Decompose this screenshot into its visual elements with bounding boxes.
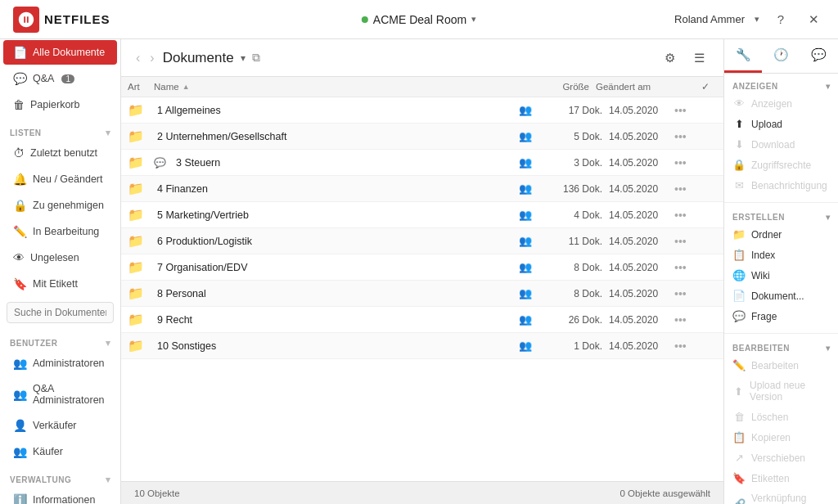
sidebar-label: In Bearbeitung [33,226,99,237]
benutzer-arrow-icon[interactable]: ▾ [106,338,111,349]
sidebar-item-alle-dokumente[interactable]: 📄 Alle Dokumente [3,40,117,65]
listen-arrow-icon[interactable]: ▾ [106,128,111,138]
team-icon: 👥 [516,156,535,169]
table-row[interactable]: 📁 6 Produktion/Logistik 👥 11 Dok. 14.05.… [121,228,723,254]
file-name-label: 5 Marketing/Vertrieb [154,209,516,221]
eye2-icon: 👁 [732,97,746,110]
rp-frage-btn[interactable]: 💬 Frage [724,306,838,326]
doc-icon: 📄 [732,290,746,302]
sidebar-label: Informationen [33,494,95,504]
sidebar-item-kaeufer[interactable]: 👥 Käufer [3,439,117,464]
file-options-button[interactable]: ••• [674,104,694,117]
rp-bearbeiten-arrow-icon[interactable]: ▾ [826,344,831,353]
file-options-button[interactable]: ••• [674,287,694,300]
content: ‹ › Dokumente ▾ ⧉ ⚙ ☰ Art Name ▲ Größe G… [121,39,723,504]
room-chevron-icon[interactable]: ▾ [471,14,476,25]
rp-anzeigen-arrow-icon[interactable]: ▾ [826,82,831,91]
table-row[interactable]: 📁 9 Recht 👥 26 Dok. 14.05.2020 ••• [121,307,723,333]
sidebar-label: Zuletzt benutzt [30,147,97,159]
sidebar-item-qa-admins[interactable]: 👥 Q&A Administratoren [3,377,117,412]
rp-wiki-btn[interactable]: 🌐 Wiki [724,265,838,286]
file-options-button[interactable]: ••• [674,235,694,248]
team-icon: 👥 [516,209,535,221]
file-date: 14.05.2020 [609,262,674,273]
sidebar-item-genehmigen[interactable]: 🔒 Zu genehmigen [3,193,117,218]
rp-anzeigen-section: ANZEIGEN ▾ 👁 Anzeigen ⬆ Upload ⬇ Downloa… [724,74,838,200]
sidebar-item-papierkorb[interactable]: 🗑 Papierkorb [3,92,117,117]
benutzer-section: BENUTZER ▾ [0,331,120,350]
nav-back-button[interactable]: ‹ [134,49,142,67]
mail-icon: ✉ [732,179,746,191]
file-options-button[interactable]: ••• [674,130,694,143]
team-icon: 👥 [516,287,535,299]
rp-etiketten-btn: 🔖 Etiketten [724,468,838,488]
row-type: 📁 [128,338,154,353]
file-size: 136 Dok. [535,183,609,195]
rp-dokument-btn[interactable]: 📄 Dokument... [724,286,838,306]
rp-erstellen-arrow-icon[interactable]: ▾ [826,213,831,222]
folder2-icon: 📁 [128,260,144,274]
help-button[interactable]: ? [769,8,792,31]
table-row[interactable]: 📁 4 Finanzen 👥 136 Dok. 14.05.2020 ••• [121,176,723,202]
header-center: ACME Deal Room ▾ [362,13,476,26]
col-name[interactable]: Name ▲ [154,82,522,92]
group2-icon: 👥 [13,388,27,401]
sidebar-item-ungelesen[interactable]: 👁 Ungelesen [3,245,117,270]
rp-erstellen-section: ERSTELLEN ▾ 📁 Ordner 📋 Index 🌐 Wiki 📄 Do… [724,205,838,331]
sidebar-item-zuletzt[interactable]: ⏱ Zuletzt benutzt [3,141,117,165]
col-modified[interactable]: Geändert am [596,82,694,92]
file-options-button[interactable]: ••• [674,182,694,196]
rp-tab-activity[interactable]: 🕐 [762,39,800,73]
user-chevron-icon[interactable]: ▾ [755,14,759,25]
file-options-button[interactable]: ••• [674,313,694,326]
file-options-button[interactable]: ••• [674,209,694,222]
table-row[interactable]: 📁 5 Marketing/Vertrieb 👥 4 Dok. 14.05.20… [121,202,723,228]
view-settings-button[interactable]: ⚙ [658,47,681,70]
verwaltung-arrow-icon[interactable]: ▾ [106,475,111,485]
rp-tab-chat[interactable]: 💬 [800,39,838,73]
sidebar-item-neu[interactable]: 🔔 Neu / Geändert [3,167,117,191]
table-row[interactable]: 📁 2 Unternehmen/Gesellschaft 👥 5 Dok. 14… [121,124,723,150]
team-icon: 👥 [516,130,535,142]
sidebar-item-admins[interactable]: 👥 Administratoren [3,351,117,376]
rp-ordner-btn[interactable]: 📁 Ordner [724,224,838,245]
rp-index-btn[interactable]: 📋 Index [724,245,838,265]
toolbar-link-icon[interactable]: ⧉ [252,51,260,65]
rp-bearbeiten-section: BEARBEITEN ▾ ✏️ Bearbeiten ⬆ Upload neue… [724,335,838,504]
file-date: 14.05.2020 [609,288,674,299]
file-date: 14.05.2020 [609,340,674,352]
sidebar-item-informationen[interactable]: ℹ️ Informationen [3,488,117,504]
team-icon: 👥 [516,182,535,195]
rp-upload-btn[interactable]: ⬆ Upload [724,114,838,134]
table-row[interactable]: 📁 1 Allgemeines 👥 17 Dok. 14.05.2020 ••• [121,97,723,124]
table-row[interactable]: 📁 8 Personal 👥 8 Dok. 14.05.2020 ••• [121,281,723,307]
toolbar-title-chevron-icon[interactable]: ▾ [241,52,246,64]
file-name-label: 3 Steuern [173,157,516,169]
sidebar-item-etikett[interactable]: 🔖 Mit Etikett [3,272,117,296]
col-size[interactable]: Größe [522,82,596,92]
file-options-button[interactable]: ••• [674,156,694,169]
row-type: 📁 [128,233,154,249]
user-name: Roland Ammer [674,13,745,25]
question-icon: 💬 [732,310,746,322]
row-name: 6 Produktion/Logistik [154,236,516,247]
rp-verknuepfung-btn: 🔗 Verknüpfung erstellen [724,488,838,504]
sidebar-item-qa[interactable]: 💬 Q&A 1 [3,66,117,91]
table-row[interactable]: 📁 💬 3 Steuern 👥 3 Dok. 14.05.2020 ••• [121,150,723,176]
search-input[interactable] [7,302,114,323]
sidebar-item-bearbeitung[interactable]: ✏️ In Bearbeitung [3,219,117,244]
sidebar-item-verkaeufer[interactable]: 👤 Verkäufer [3,413,117,438]
rp-tab-actions[interactable]: 🔧 [724,39,762,73]
settings-button[interactable]: ✕ [802,8,825,31]
row-name: 8 Personal [154,288,516,299]
table-row[interactable]: 📁 7 Organisation/EDV 👥 8 Dok. 14.05.2020… [121,254,723,281]
sidebar-label: Administratoren [33,358,105,369]
file-options-button[interactable]: ••• [674,261,694,274]
table-row[interactable]: 📁 10 Sonstiges 👥 1 Dok. 14.05.2020 ••• [121,333,723,359]
file-options-button[interactable]: ••• [674,340,694,353]
status-count: 10 Objekte [134,488,180,498]
view-list-button[interactable]: ☰ [687,47,710,70]
nav-forward-button[interactable]: › [148,49,155,67]
rp-upload-version-btn: ⬆ Upload neue Version [724,376,838,407]
move-icon: ↗ [732,452,746,464]
